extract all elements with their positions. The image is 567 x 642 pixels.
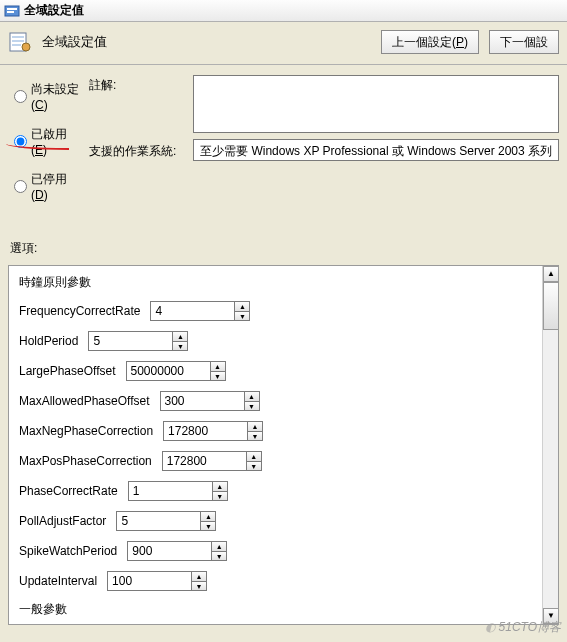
spinner-up-button[interactable]: ▲ bbox=[246, 451, 262, 461]
param-header-general: 一般參數 bbox=[19, 601, 548, 618]
scrollbar[interactable]: ▲ ▼ bbox=[542, 266, 558, 624]
param-row: SpikeWatchPeriod▲▼ bbox=[19, 541, 548, 561]
param-spinner[interactable]: ▲▼ bbox=[128, 481, 228, 501]
spinner-up-button[interactable]: ▲ bbox=[172, 331, 188, 341]
param-input[interactable] bbox=[107, 571, 191, 591]
prev-setting-button[interactable]: 上一個設定(P) bbox=[381, 30, 479, 54]
param-label: HoldPeriod bbox=[19, 334, 78, 348]
scroll-thumb[interactable] bbox=[543, 282, 559, 330]
radio-not-configured-input[interactable] bbox=[14, 90, 27, 103]
param-row: MaxPosPhaseCorrection▲▼ bbox=[19, 451, 548, 471]
param-row: FrequencyCorrectRate▲▼ bbox=[19, 301, 548, 321]
header-row: 全域設定值 上一個設定(P) 下一個設 bbox=[0, 22, 567, 64]
param-label: PhaseCorrectRate bbox=[19, 484, 118, 498]
param-label: MaxNegPhaseCorrection bbox=[19, 424, 153, 438]
param-input[interactable] bbox=[150, 301, 234, 321]
spinner-down-button[interactable]: ▼ bbox=[247, 431, 263, 441]
param-spinner[interactable]: ▲▼ bbox=[127, 541, 227, 561]
spinner-up-button[interactable]: ▲ bbox=[200, 511, 216, 521]
param-input[interactable] bbox=[128, 481, 212, 501]
param-row: MaxAllowedPhaseOffset▲▼ bbox=[19, 391, 548, 411]
spinner-down-button[interactable]: ▼ bbox=[191, 581, 207, 591]
spinner-up-button[interactable]: ▲ bbox=[244, 391, 260, 401]
param-label: UpdateInterval bbox=[19, 574, 97, 588]
title-bar: 全域設定值 bbox=[0, 0, 567, 22]
chevron-up-icon: ▲ bbox=[547, 270, 555, 278]
spinner-up-button[interactable]: ▲ bbox=[212, 481, 228, 491]
header-title: 全域設定值 bbox=[42, 33, 107, 51]
param-spinner[interactable]: ▲▼ bbox=[88, 331, 188, 351]
spinner-down-button[interactable]: ▼ bbox=[200, 521, 216, 531]
param-label: MaxPosPhaseCorrection bbox=[19, 454, 152, 468]
supported-value: 至少需要 Windows XP Professional 或 Windows S… bbox=[193, 139, 559, 161]
param-spinner[interactable]: ▲▼ bbox=[107, 571, 207, 591]
param-row: MaxNegPhaseCorrection▲▼ bbox=[19, 421, 548, 441]
param-row: UpdateInterval▲▼ bbox=[19, 571, 548, 591]
supported-row: 支援的作業系統: 至少需要 Windows XP Professional 或 … bbox=[89, 139, 559, 161]
upper-panel: 尚未設定(C) 已啟用(E) 已停用(D) 註解: 支援的作業系統: 至少需要 … bbox=[0, 71, 567, 218]
param-input[interactable] bbox=[126, 361, 210, 381]
svg-rect-6 bbox=[12, 44, 21, 46]
radio-enabled-input[interactable] bbox=[14, 135, 27, 148]
param-input[interactable] bbox=[116, 511, 200, 531]
comment-row: 註解: bbox=[89, 75, 559, 133]
spinner-up-button[interactable]: ▲ bbox=[247, 421, 263, 431]
divider bbox=[0, 64, 567, 65]
app-icon bbox=[4, 3, 20, 19]
param-label: FrequencyCorrectRate bbox=[19, 304, 140, 318]
options-panel: 時鐘原則參數 FrequencyCorrectRate▲▼HoldPeriod▲… bbox=[8, 265, 559, 625]
spinner-down-button[interactable]: ▼ bbox=[211, 551, 227, 561]
radio-not-configured[interactable]: 尚未設定(C) bbox=[14, 81, 79, 112]
svg-rect-5 bbox=[12, 40, 24, 42]
svg-rect-4 bbox=[12, 36, 24, 38]
svg-rect-1 bbox=[7, 8, 17, 10]
param-list: FrequencyCorrectRate▲▼HoldPeriod▲▼LargeP… bbox=[19, 301, 548, 591]
radio-disabled-input[interactable] bbox=[14, 180, 27, 193]
param-spinner[interactable]: ▲▼ bbox=[160, 391, 260, 411]
next-setting-button[interactable]: 下一個設 bbox=[489, 30, 559, 54]
radio-enabled[interactable]: 已啟用(E) bbox=[14, 126, 79, 157]
spinner-down-button[interactable]: ▼ bbox=[212, 491, 228, 501]
radio-disabled[interactable]: 已停用(D) bbox=[14, 171, 79, 202]
radio-group: 尚未設定(C) 已啟用(E) 已停用(D) bbox=[14, 75, 79, 216]
param-input[interactable] bbox=[162, 451, 246, 471]
spinner-up-button[interactable]: ▲ bbox=[234, 301, 250, 311]
supported-label: 支援的作業系統: bbox=[89, 141, 185, 160]
scroll-up-button[interactable]: ▲ bbox=[543, 266, 559, 282]
spinner-up-button[interactable]: ▲ bbox=[210, 361, 226, 371]
param-input[interactable] bbox=[160, 391, 244, 411]
settings-sheet-icon bbox=[8, 30, 32, 54]
param-row: PhaseCorrectRate▲▼ bbox=[19, 481, 548, 501]
param-header-clock: 時鐘原則參數 bbox=[19, 274, 548, 291]
spinner-down-button[interactable]: ▼ bbox=[244, 401, 260, 411]
watermark: ◐51CTO博客 bbox=[485, 619, 561, 636]
right-column: 註解: 支援的作業系統: 至少需要 Windows XP Professiona… bbox=[89, 75, 559, 216]
options-label: 選項: bbox=[10, 240, 567, 257]
spinner-down-button[interactable]: ▼ bbox=[246, 461, 262, 471]
param-input[interactable] bbox=[88, 331, 172, 351]
spinner-down-button[interactable]: ▼ bbox=[210, 371, 226, 381]
param-label: LargePhaseOffset bbox=[19, 364, 116, 378]
param-spinner[interactable]: ▲▼ bbox=[126, 361, 226, 381]
param-label: SpikeWatchPeriod bbox=[19, 544, 117, 558]
spinner-up-button[interactable]: ▲ bbox=[191, 571, 207, 581]
param-spinner[interactable]: ▲▼ bbox=[116, 511, 216, 531]
param-label: PollAdjustFactor bbox=[19, 514, 106, 528]
param-row: LargePhaseOffset▲▼ bbox=[19, 361, 548, 381]
param-spinner[interactable]: ▲▼ bbox=[162, 451, 262, 471]
param-input[interactable] bbox=[163, 421, 247, 441]
svg-point-7 bbox=[22, 43, 30, 51]
watermark-icon: ◐ bbox=[485, 620, 495, 634]
param-spinner[interactable]: ▲▼ bbox=[163, 421, 263, 441]
comment-label: 註解: bbox=[89, 75, 185, 94]
spinner-down-button[interactable]: ▼ bbox=[234, 311, 250, 321]
param-input[interactable] bbox=[127, 541, 211, 561]
param-spinner[interactable]: ▲▼ bbox=[150, 301, 250, 321]
spinner-down-button[interactable]: ▼ bbox=[172, 341, 188, 351]
param-row: HoldPeriod▲▼ bbox=[19, 331, 548, 351]
comment-textbox[interactable] bbox=[193, 75, 559, 133]
spinner-up-button[interactable]: ▲ bbox=[211, 541, 227, 551]
param-row: PollAdjustFactor▲▼ bbox=[19, 511, 548, 531]
param-label: MaxAllowedPhaseOffset bbox=[19, 394, 150, 408]
svg-rect-2 bbox=[7, 11, 14, 13]
